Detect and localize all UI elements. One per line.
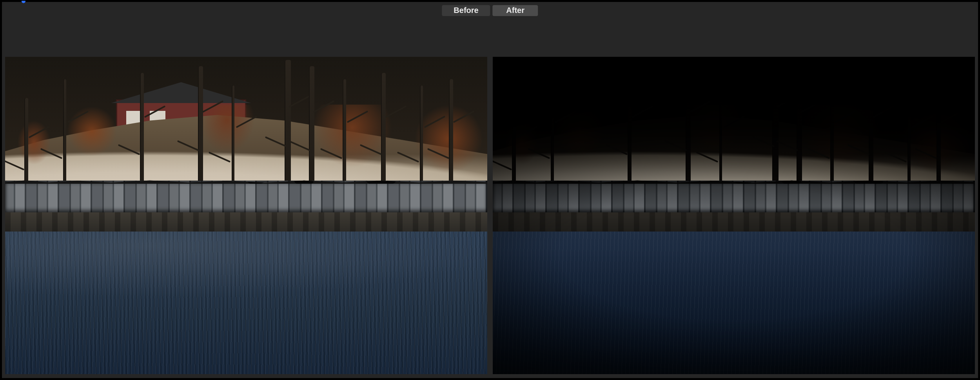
- photo-shoreline: [493, 212, 975, 232]
- before-after-toggle[interactable]: Before After: [442, 5, 538, 16]
- after-tab[interactable]: After: [493, 5, 538, 16]
- window-accent-dot: [22, 1, 25, 3]
- photo-rock-wall: [5, 181, 487, 212]
- after-pane[interactable]: [493, 57, 975, 374]
- photo-water: [493, 232, 975, 375]
- photo-shoreline: [5, 212, 487, 232]
- compare-panes: [5, 57, 975, 374]
- photo-rock-wall: [493, 181, 975, 212]
- photo-water: [5, 232, 487, 375]
- house-roof: [111, 82, 252, 103]
- pane-divider[interactable]: [487, 57, 493, 374]
- before-pane[interactable]: [5, 57, 487, 374]
- editor-compare-view: Before After: [2, 2, 978, 378]
- before-tab[interactable]: Before: [442, 5, 490, 16]
